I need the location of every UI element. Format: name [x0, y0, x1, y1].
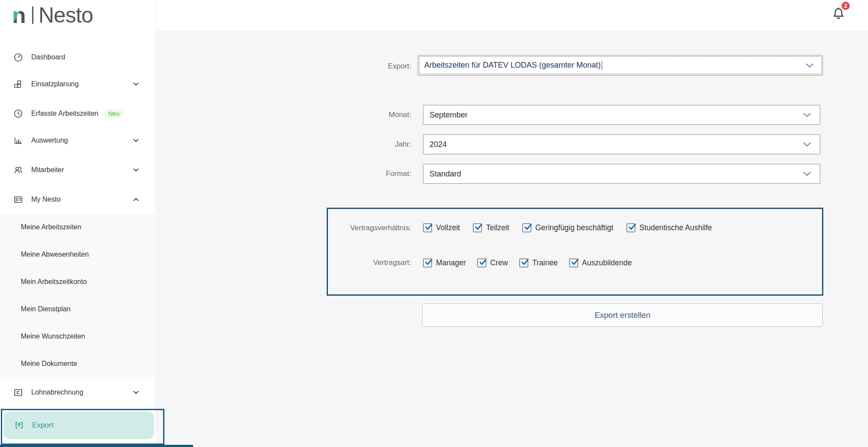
vertragsart-label: Vertragsart: [303, 258, 411, 268]
my-nesto-submenu: Meine Arbeitszeiten Meine Abwesenheiten … [0, 213, 156, 377]
export-upload-icon [14, 420, 24, 431]
checkbox-checked-icon [626, 223, 635, 232]
vertragsart-options: Manager Crew Trainee Auszubildende [423, 257, 632, 268]
sidebar-item-dashboard[interactable]: Dashboard [0, 49, 156, 66]
checkbox-manager[interactable]: Manager [423, 258, 466, 268]
sidebar-item-label: Dashboard [31, 53, 65, 61]
checkbox-studentische-aushilfe[interactable]: Studentische Aushilfe [626, 223, 712, 232]
sidebar-item-mitarbeiter[interactable]: Mitarbeiter [0, 161, 156, 179]
sidebar: n n Nesto Dashboard Einsatzplanung [0, 0, 156, 447]
people-icon [13, 165, 23, 175]
neu-badge: Neu [105, 109, 124, 118]
id-card-icon [13, 194, 23, 205]
logo-name: Nesto [39, 3, 93, 28]
sidebar-item-lohnabrechnung[interactable]: Lohnabrechnung [0, 384, 156, 401]
checkbox-label: Studentische Aushilfe [639, 223, 712, 232]
jahr-select-label: Jahr: [303, 140, 411, 149]
checkbox-label: Crew [490, 258, 508, 268]
sidebar-item-einsatzplanung[interactable]: Einsatzplanung [0, 75, 156, 93]
checkbox-checked-icon [522, 223, 531, 232]
app-window: 2 Export: Monat: Jahr: Format: Vertragsv… [0, 0, 868, 447]
export-select-value: Arbeitszeiten für DATEV LODAS (gesamter … [418, 61, 601, 70]
checkbox-label: Manager [436, 258, 466, 268]
chevron-down-icon [806, 63, 814, 68]
sidebar-item-label: Export [32, 421, 53, 430]
chevron-down-icon [133, 139, 139, 142]
sidebar-item-auswertung[interactable]: Auswertung [0, 132, 156, 149]
sidebar-item-label: Lohnabrechnung [31, 388, 83, 396]
checkbox-checked-icon [473, 223, 482, 232]
checkbox-label: Geringfügig beschäftigt [535, 223, 613, 232]
submenu-item-meine-dokumente[interactable]: Meine Dokumente [0, 350, 156, 377]
checkbox-checked-icon [423, 223, 432, 232]
vertragsverhaeltnis-label: Vertragsverhältnis: [303, 223, 411, 233]
submenu-item-meine-wunschzeiten[interactable]: Meine Wunschzeiten [0, 323, 156, 350]
sidebar-item-label: Einsatzplanung [31, 80, 79, 88]
monat-select[interactable]: September [423, 105, 820, 125]
chevron-down-icon [803, 113, 811, 117]
chevron-down-icon [803, 142, 811, 147]
jahr-select-value: 2024 [423, 140, 447, 149]
bar-chart-icon [13, 135, 23, 146]
submenu-item-mein-arbeitszeitkonto[interactable]: Mein Arbeitszeitkonto [0, 268, 156, 295]
checkbox-trainee[interactable]: Trainee [519, 258, 558, 268]
export-select-label: Export: [303, 62, 411, 71]
checkbox-label: Auszubildende [582, 258, 632, 268]
chevron-down-icon [133, 82, 139, 86]
checkbox-label: Vollzeit [436, 223, 460, 232]
chevron-down-icon [133, 168, 139, 172]
vertragsverhaeltnis-options: Vollzeit Teilzeit Geringfügig beschäftig… [423, 222, 712, 233]
format-select-label: Format: [303, 169, 411, 179]
submenu-item-meine-arbeitszeiten[interactable]: Meine Arbeitszeiten [0, 213, 156, 241]
sidebar-item-label: My Nesto [31, 196, 61, 203]
gauge-icon [13, 52, 23, 62]
sidebar-item-erfasste-arbeitszeiten[interactable]: Erfasste Arbeitszeiten Neu [0, 105, 156, 122]
checkbox-checked-icon [423, 258, 432, 268]
notification-badge: 2 [841, 1, 851, 11]
checkbox-vollzeit[interactable]: Vollzeit [423, 223, 460, 232]
checkbox-label: Teilzeit [486, 223, 509, 232]
checkbox-checked-icon [569, 258, 578, 268]
text-cursor [602, 61, 603, 70]
checkbox-teilzeit[interactable]: Teilzeit [473, 223, 509, 232]
clock-icon [13, 108, 23, 119]
chevron-up-icon [133, 198, 139, 201]
format-select-value: Standard [423, 170, 461, 179]
logo-letter: n n [12, 4, 26, 26]
checkbox-geringfuegig-beschaeftigt[interactable]: Geringfügig beschäftigt [522, 223, 613, 232]
notifications-button[interactable]: 2 [828, 1, 852, 25]
sidebar-item-label: Erfasste Arbeitszeiten [31, 110, 98, 117]
sidebar-item-my-nesto[interactable]: My Nesto [0, 191, 156, 208]
jahr-select[interactable]: 2024 [423, 134, 820, 154]
sidebar-item-label: Auswertung [31, 137, 68, 144]
checkbox-checked-icon [519, 258, 528, 268]
monat-select-label: Monat: [303, 110, 411, 120]
checkbox-checked-icon [477, 258, 486, 268]
checkbox-label: Trainee [532, 258, 558, 268]
submenu-item-mein-dienstplan[interactable]: Mein Dienstplan [0, 295, 156, 323]
filters-annotation-box [327, 208, 823, 296]
payroll-icon [13, 387, 23, 398]
nesto-logo: n n Nesto [12, 2, 93, 29]
chevron-down-icon [133, 391, 139, 394]
sidebar-item-export[interactable]: Export [3, 411, 154, 439]
sidebar-item-label: Mitarbeiter [31, 166, 64, 174]
planning-grid-icon [13, 79, 23, 89]
checkbox-auszubildende[interactable]: Auszubildende [569, 258, 632, 268]
submenu-item-meine-abwesenheiten[interactable]: Meine Abwesenheiten [0, 241, 156, 268]
logo-divider [32, 7, 33, 24]
checkbox-crew[interactable]: Crew [477, 258, 508, 268]
chevron-down-icon [803, 172, 811, 176]
export-select[interactable]: Arbeitszeiten für DATEV LODAS (gesamter … [418, 55, 823, 75]
monat-select-value: September [423, 111, 468, 120]
format-select[interactable]: Standard [423, 164, 820, 184]
export-erstellen-button[interactable]: Export erstellen [422, 303, 823, 327]
